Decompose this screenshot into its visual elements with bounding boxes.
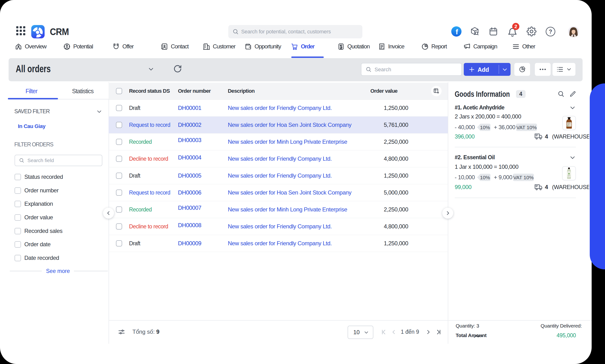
svg-text:f: f bbox=[456, 28, 458, 36]
svg-text:?: ? bbox=[549, 29, 552, 35]
